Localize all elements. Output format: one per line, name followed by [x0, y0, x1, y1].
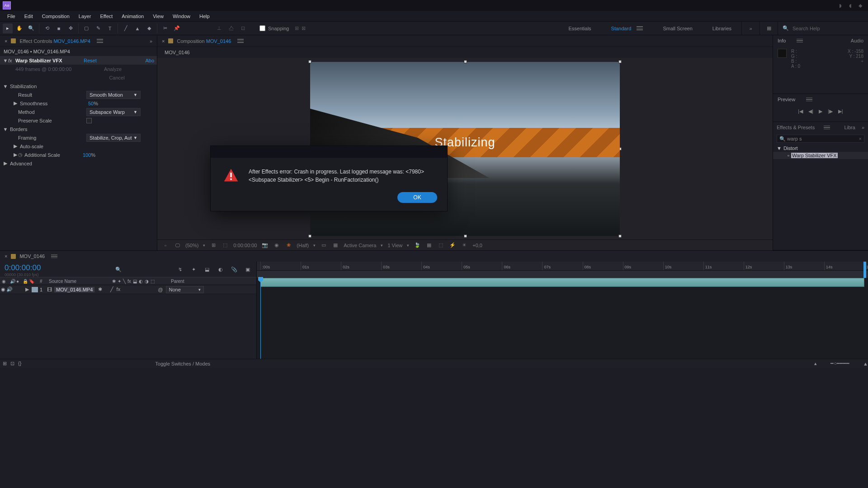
color-icon[interactable]: ❀ — [285, 242, 292, 249]
method-dropdown[interactable]: Subspace Warp▼ — [86, 108, 141, 116]
graph-icon[interactable]: 📎 — [230, 265, 238, 273]
framing-dropdown[interactable]: Stabilize, Crop, Aut▼ — [86, 134, 141, 142]
transform-handle[interactable] — [464, 60, 467, 63]
close-icon[interactable]: × — [5, 253, 7, 259]
workspace-essentials[interactable]: Essentials — [558, 22, 601, 35]
first-frame-icon[interactable]: |◀ — [798, 108, 803, 114]
axis-local-icon[interactable]: ⊥ — [214, 23, 224, 33]
menu-help[interactable]: Help — [195, 14, 214, 19]
comp-subtab[interactable]: MOV_0146 — [165, 50, 190, 55]
addscale-value[interactable]: 100 — [83, 152, 91, 158]
puppet-tool-icon[interactable]: 📌 — [172, 23, 182, 33]
panel-menu-icon[interactable] — [237, 39, 244, 43]
menu-layer[interactable]: Layer — [74, 14, 96, 19]
timeline-search-icon[interactable]: 🔍 — [115, 267, 122, 272]
toggle-switches-modes[interactable]: Toggle Switches / Modes — [155, 361, 210, 366]
menu-edit[interactable]: Edit — [20, 14, 38, 19]
panel-menu-icon[interactable] — [51, 254, 57, 258]
twirl-icon[interactable]: ▶ — [13, 143, 18, 149]
frame-blend-icon[interactable]: ⬓ — [203, 265, 211, 273]
twirl-icon[interactable]: ▶ — [25, 286, 30, 292]
zoom-tool-icon[interactable]: 🔍 — [26, 23, 36, 33]
layer-clip[interactable] — [260, 278, 864, 287]
last-frame-icon[interactable]: ▶| — [838, 108, 843, 114]
zoom-value[interactable]: (50%) — [185, 243, 198, 248]
workspace-standard[interactable]: Standard — [601, 22, 653, 35]
libraries-tab[interactable]: Libra — [844, 125, 855, 130]
menu-file[interactable]: File — [3, 14, 20, 19]
layer-name[interactable]: MOV_0146.MP4 — [54, 287, 94, 292]
pen-tool-icon[interactable]: ✎ — [93, 23, 103, 33]
speaker-icon[interactable]: 🔊 — [6, 286, 13, 293]
brush-tool-icon[interactable]: ╱ — [121, 23, 131, 33]
roto-tool-icon[interactable]: ✂ — [160, 23, 170, 33]
rect-tool-icon[interactable]: ▢ — [81, 23, 91, 33]
reset-link[interactable]: Reset — [84, 58, 97, 63]
snapping-toggle[interactable]: Snapping ⊞ ⊠ — [259, 25, 306, 31]
transform-handle[interactable] — [618, 60, 622, 63]
menu-composition[interactable]: Composition — [38, 14, 74, 19]
menu-view[interactable]: View — [148, 14, 168, 19]
eye-icon[interactable]: ◉ — [0, 286, 6, 293]
exposure-icon[interactable]: ☀ — [461, 242, 468, 249]
pan-behind-tool-icon[interactable]: ✥ — [66, 23, 75, 33]
snap-opt1-icon[interactable]: ⊞ — [295, 25, 299, 31]
work-area[interactable] — [257, 271, 868, 278]
overflow-icon[interactable]: » — [150, 38, 152, 44]
text-tool-icon[interactable]: T — [105, 23, 115, 33]
magnify-icon[interactable]: ▫ — [162, 242, 169, 249]
workspace-small-screen[interactable]: Small Screen — [653, 22, 702, 35]
effects-group-distort[interactable]: ▼Distort — [773, 145, 868, 152]
fast-icon[interactable]: ⚡ — [449, 242, 456, 249]
zoom-out-icon[interactable]: ▴ — [814, 361, 817, 366]
toggle-braces-icon[interactable]: {} — [18, 361, 21, 366]
transform-handle[interactable] — [618, 235, 622, 238]
twirl-icon[interactable]: ▼ — [3, 127, 8, 132]
hand-tool-icon[interactable]: ✋ — [14, 23, 24, 33]
preserve-scale-checkbox[interactable] — [86, 118, 92, 123]
camera-tool-icon[interactable]: ■ — [54, 23, 64, 33]
shy-icon[interactable]: ↯ — [176, 265, 184, 273]
switch-fx[interactable]: ╱ fx — [105, 286, 125, 292]
workspace-libraries[interactable]: Libraries — [703, 22, 741, 35]
twirl-icon[interactable]: ▼ — [777, 145, 782, 151]
preview-tab[interactable]: Preview — [778, 97, 795, 102]
transform-handle[interactable] — [308, 60, 311, 63]
toggle-switches-icon[interactable]: ⊞ — [3, 361, 7, 366]
workspace-overflow-icon[interactable]: » — [741, 22, 760, 35]
parent-dropdown[interactable]: None▾ — [166, 286, 204, 293]
close-icon[interactable]: × — [5, 38, 7, 44]
next-frame-icon[interactable]: |▶ — [828, 108, 833, 114]
prev-frame-icon[interactable]: ◀| — [808, 108, 813, 114]
label-column-icon[interactable]: 🔖 — [27, 279, 38, 284]
zoom-in-icon[interactable]: ▲ — [863, 361, 868, 366]
composition-tab[interactable]: Composition MOV_0146 — [177, 38, 231, 44]
transparency-icon[interactable]: ▦ — [332, 242, 339, 249]
menu-animation[interactable]: Animation — [117, 14, 148, 19]
3d-icon[interactable]: 🍃 — [414, 242, 421, 249]
switch-quality[interactable]: ✱ — [94, 286, 105, 292]
timeline-tab[interactable]: MOV_0146 — [19, 253, 45, 259]
eye-column-icon[interactable]: ◉ — [0, 279, 8, 284]
menu-effect[interactable]: Effect — [95, 14, 117, 19]
orbit-tool-icon[interactable]: ⟲ — [42, 23, 52, 33]
mask-icon[interactable]: ⬚ — [222, 242, 229, 249]
smoothness-value[interactable]: 50 — [88, 101, 94, 106]
audio-tab[interactable]: Audio — [851, 38, 863, 43]
time-value[interactable]: 0:00:00:00 — [233, 243, 257, 248]
clear-icon[interactable]: × — [859, 136, 862, 141]
effect-controls-tab[interactable]: Effect Controls MOV_0146.MP4 — [19, 38, 90, 44]
twirl-icon[interactable]: ▶ — [13, 100, 18, 106]
axis-view-icon[interactable]: ⊡ — [238, 23, 248, 33]
grid-icon[interactable]: ▦ — [425, 242, 433, 249]
effects-presets-tab[interactable]: Effects & Presets — [777, 125, 815, 130]
sync-icon[interactable]: ◖ — [845, 0, 855, 11]
settings-dot-icon[interactable]: ◆ — [855, 0, 865, 11]
time-ruler[interactable]: :00s01s02s03s04s05s06s07s08s09s10s11s12s… — [257, 262, 868, 271]
stopwatch-icon[interactable]: ◷ — [18, 152, 23, 158]
layer-row-1[interactable]: ◉ 🔊 ▶ 1 🎞 MOV_0146.MP4 ✱ ╱ fx @ None▾ — [0, 285, 256, 294]
toggle-modes-icon[interactable]: ⊡ — [10, 361, 14, 366]
res-icon[interactable]: ⊞ — [210, 242, 217, 249]
menu-window[interactable]: Window — [168, 14, 195, 19]
draft3d-icon[interactable]: ▣ — [244, 265, 252, 273]
